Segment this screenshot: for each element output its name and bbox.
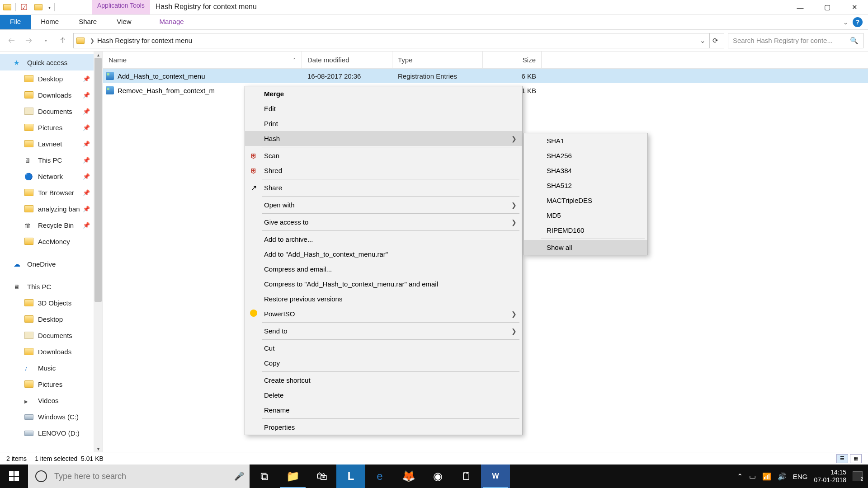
taskbar-app-stickynotes[interactable]: 🗒	[452, 465, 481, 488]
nav-item[interactable]: Windows (C:)	[0, 408, 103, 425]
address-box[interactable]: ❯ Hash Registry for context menu ⌄ ⟳	[73, 33, 724, 48]
forward-button[interactable]: 🡢	[22, 34, 35, 47]
volume-icon[interactable]: 🔊	[778, 472, 787, 481]
microphone-icon[interactable]: 🎤	[229, 471, 250, 481]
close-button[interactable]: ✕	[841, 0, 868, 14]
nav-item[interactable]: This PC📌	[0, 152, 103, 168]
menu-item[interactable]: SHA1	[524, 133, 647, 148]
column-type[interactable]: Type	[392, 52, 483, 68]
menu-item[interactable]: MD5	[524, 208, 647, 223]
menu-item[interactable]: Print	[245, 116, 522, 131]
scroll-up-icon[interactable]: ▴	[94, 52, 102, 58]
menu-item[interactable]: MACTripleDES	[524, 193, 647, 208]
search-icon[interactable]: 🔍	[850, 37, 859, 45]
nav-item[interactable]: Desktop📌	[0, 70, 103, 87]
nav-item[interactable]: Music	[0, 360, 103, 376]
action-center-icon[interactable]	[853, 471, 863, 481]
nav-item[interactable]: Recycle Bin📌	[0, 217, 103, 233]
menu-item[interactable]: Compress to "Add_Hash_to_context_menu.ra…	[245, 277, 522, 291]
app-folder-icon[interactable]	[0, 0, 14, 14]
search-bar[interactable]: 🎤	[28, 465, 250, 488]
column-date[interactable]: Date modified	[302, 52, 392, 68]
menu-item[interactable]: Hash❯	[245, 131, 522, 146]
thumbnails-view-button[interactable]: ▦	[850, 454, 862, 463]
scrollbar[interactable]: ▴ ▾	[94, 52, 103, 452]
nav-item[interactable]: Lavneet📌	[0, 136, 103, 152]
ribbon-collapse-icon[interactable]: ⌄	[843, 19, 848, 26]
up-button[interactable]: 🡡	[56, 34, 70, 47]
new-folder-icon[interactable]	[31, 0, 46, 14]
battery-icon[interactable]: ▭	[749, 472, 756, 481]
nav-item[interactable]: Documents📌	[0, 103, 103, 119]
search-input[interactable]	[733, 37, 850, 44]
scroll-thumb[interactable]	[94, 58, 102, 302]
menu-item[interactable]: Merge	[245, 86, 522, 101]
nav-item[interactable]: Pictures	[0, 376, 103, 392]
chevron-right-icon[interactable]: ❯	[87, 38, 97, 44]
nav-item[interactable]: Downloads	[0, 343, 103, 360]
menu-item[interactable]: Open with❯	[245, 197, 522, 212]
minimize-button[interactable]: —	[787, 0, 814, 14]
back-button[interactable]: 🡠	[5, 34, 18, 47]
wifi-icon[interactable]: 📶	[762, 472, 771, 481]
nav-item[interactable]: Network📌	[0, 168, 103, 184]
nav-item[interactable]: Documents	[0, 327, 103, 343]
tray-overflow-icon[interactable]: ⌃	[737, 472, 743, 481]
nav-item[interactable]: Downloads📌	[0, 87, 103, 103]
column-size[interactable]: Size	[483, 52, 542, 68]
file-row[interactable]: Add_Hash_to_context_menu16-08-2017 20:36…	[103, 69, 868, 83]
tab-view[interactable]: View	[107, 15, 141, 29]
taskbar-app-word[interactable]: W	[481, 465, 510, 488]
nav-item[interactable]: 3D Objects	[0, 295, 103, 311]
nav-item[interactable]: Desktop	[0, 311, 103, 327]
menu-item[interactable]: Edit	[245, 101, 522, 116]
language-indicator[interactable]: ENG	[793, 473, 808, 480]
menu-item[interactable]: ↗Share	[245, 180, 522, 195]
nav-item[interactable]: This PC	[0, 278, 103, 295]
taskbar-app-edge[interactable]: e	[365, 465, 394, 488]
tab-share[interactable]: Share	[69, 15, 107, 29]
menu-item[interactable]: SHA384	[524, 163, 647, 178]
scroll-down-icon[interactable]: ▾	[94, 446, 102, 452]
properties-toggle-icon[interactable]: ☑	[17, 0, 31, 14]
taskbar-app-chrome[interactable]: ◉	[423, 465, 452, 488]
recent-locations-icon[interactable]: ▾	[39, 34, 52, 47]
tab-home[interactable]: Home	[31, 15, 69, 29]
taskbar-search-input[interactable]	[54, 472, 229, 481]
tab-manage[interactable]: Manage	[149, 15, 193, 29]
nav-item[interactable]: Pictures📌	[0, 119, 103, 136]
menu-item[interactable]: Add to archive...	[245, 232, 522, 247]
menu-item[interactable]: ⛨Shred	[245, 163, 522, 178]
nav-item[interactable]: OneDrive	[0, 256, 103, 272]
menu-item[interactable]: SHA512	[524, 178, 647, 193]
menu-item[interactable]: SHA256	[524, 148, 647, 163]
menu-item[interactable]: Give access to❯	[245, 215, 522, 230]
tab-file[interactable]: File	[0, 15, 31, 29]
search-box[interactable]: 🔍	[728, 33, 863, 48]
nav-item[interactable]: AceMoney	[0, 233, 103, 249]
qat-dropdown-icon[interactable]: ▾	[46, 5, 53, 10]
menu-item[interactable]: Add to "Add_Hash_to_context_menu.rar"	[245, 247, 522, 262]
nav-item[interactable]: analyzing ban📌	[0, 201, 103, 217]
details-view-button[interactable]: ☰	[836, 454, 848, 463]
menu-item[interactable]: Copy	[245, 356, 522, 371]
menu-item[interactable]: Delete	[245, 388, 522, 403]
menu-item[interactable]: Show all	[524, 240, 647, 255]
refresh-button[interactable]: ⟳	[709, 33, 721, 48]
maximize-button[interactable]: ▢	[814, 0, 841, 14]
taskbar-app-store[interactable]: 🛍	[307, 465, 336, 488]
menu-item[interactable]: Properties	[245, 420, 522, 435]
clock[interactable]: 14:15 07-01-2018	[814, 469, 846, 484]
menu-item[interactable]: Restore previous versions	[245, 291, 522, 306]
menu-item[interactable]: PowerISO❯	[245, 306, 522, 321]
menu-item[interactable]: ⛨Scan	[245, 148, 522, 163]
menu-item[interactable]: Send to❯	[245, 324, 522, 338]
address-dropdown-icon[interactable]: ⌄	[696, 37, 709, 45]
taskbar-app-explorer[interactable]: 📁	[278, 465, 307, 488]
menu-item[interactable]: Rename	[245, 403, 522, 418]
nav-item[interactable]: Tor Browser📌	[0, 184, 103, 201]
nav-item[interactable]: Videos	[0, 392, 103, 408]
menu-item[interactable]: Create shortcut	[245, 373, 522, 388]
taskbar-app-lenovo[interactable]: L	[336, 465, 365, 488]
nav-item[interactable]: Quick access	[0, 54, 103, 70]
